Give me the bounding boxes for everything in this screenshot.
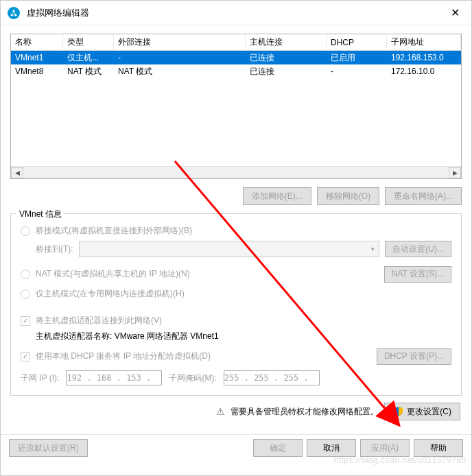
connect-host-checkbox[interactable] bbox=[21, 316, 30, 326]
remove-network-button[interactable]: 移除网络(O) bbox=[317, 187, 379, 205]
subnet-row: 子网 IP (I): 子网掩码(M): bbox=[21, 370, 451, 385]
help-button[interactable]: 帮助 bbox=[414, 439, 463, 457]
network-buttons-row: 添加网络(E)... 移除网络(O) 重命名网络(A)... bbox=[10, 187, 462, 205]
cell-subnet: 172.16.10.0 bbox=[387, 64, 461, 78]
cell-subnet: 192.168.153.0 bbox=[387, 51, 461, 64]
scroll-right-icon[interactable]: ▶ bbox=[449, 167, 461, 178]
adapter-name-label: 主机虚拟适配器名称: VMware 网络适配器 VMnet1 bbox=[36, 331, 451, 342]
subnet-ip-input[interactable] bbox=[66, 370, 162, 385]
connect-host-label: 将主机虚拟适配器连接到此网络(V) bbox=[36, 315, 162, 326]
cell-name: VMnet1 bbox=[11, 51, 63, 64]
table-body: VMnet1 仅主机... - 已连接 已启用 192.168.153.0 VM… bbox=[11, 51, 461, 166]
auto-settings-button[interactable]: 自动设置(U)... bbox=[385, 241, 451, 257]
titlebar: 虚拟网络编辑器 ✕ bbox=[1, 1, 471, 25]
bridged-radio[interactable] bbox=[21, 226, 30, 236]
use-dhcp-checkbox[interactable] bbox=[21, 352, 30, 361]
change-settings-button[interactable]: 更改设置(C) bbox=[384, 403, 460, 420]
admin-warning-text: 需要具备管理员特权才能修改网络配置。 bbox=[231, 406, 379, 418]
cell-ext: NAT 模式 bbox=[114, 64, 246, 80]
cancel-button[interactable]: 取消 bbox=[307, 439, 356, 457]
close-button[interactable]: ✕ bbox=[445, 6, 464, 19]
nat-settings-button[interactable]: NAT 设置(S)... bbox=[384, 266, 451, 283]
rename-network-button[interactable]: 重命名网络(A)... bbox=[385, 187, 462, 205]
network-table: 名称 类型 外部连接 主机连接 DHCP 子网地址 VMnet1 仅主机... … bbox=[10, 34, 462, 179]
use-dhcp-label: 使用本地 DHCP 服务将 IP 地址分配给虚拟机(D) bbox=[36, 350, 211, 362]
cell-dhcp: - bbox=[327, 64, 387, 78]
nat-radio[interactable] bbox=[21, 270, 30, 279]
use-dhcp-check-row: 使用本地 DHCP 服务将 IP 地址分配给虚拟机(D) bbox=[21, 350, 377, 362]
connect-host-check-row: 将主机虚拟适配器连接到此网络(V) bbox=[21, 315, 451, 326]
col-host[interactable]: 主机连接 bbox=[246, 34, 327, 50]
subnet-ip-label: 子网 IP (I): bbox=[21, 372, 59, 384]
nat-label: NAT 模式(与虚拟机共享主机的 IP 地址)(N) bbox=[36, 268, 190, 280]
cell-type: NAT 模式 bbox=[63, 64, 114, 80]
vmnet-info-group: VMnet 信息 桥接模式(将虚拟机直接连接到外部网络)(B) 桥接到(T): … bbox=[10, 213, 462, 396]
cell-dhcp: 已启用 bbox=[327, 51, 387, 66]
hostonly-radio[interactable] bbox=[21, 289, 30, 299]
chevron-down-icon: ▾ bbox=[371, 246, 375, 252]
table-row[interactable]: VMnet1 仅主机... - 已连接 已启用 192.168.153.0 bbox=[11, 51, 461, 64]
col-ext[interactable]: 外部连接 bbox=[114, 34, 246, 50]
col-subnet[interactable]: 子网地址 bbox=[387, 34, 461, 50]
table-header: 名称 类型 外部连接 主机连接 DHCP 子网地址 bbox=[11, 34, 461, 51]
watermark: https://blog.csdn.net/u011679785 bbox=[334, 455, 467, 465]
scroll-left-icon[interactable]: ◀ bbox=[11, 167, 23, 178]
virtual-network-editor-dialog: 虚拟网络编辑器 ✕ 名称 类型 外部连接 主机连接 DHCP 子网地址 VMne… bbox=[0, 0, 472, 476]
cell-ext: - bbox=[114, 51, 246, 64]
nat-radio-row: NAT 模式(与虚拟机共享主机的 IP 地址)(N) bbox=[21, 268, 384, 280]
shield-icon bbox=[393, 406, 404, 417]
change-settings-label: 更改设置(C) bbox=[407, 406, 451, 418]
ok-button[interactable]: 确定 bbox=[253, 439, 303, 457]
col-name[interactable]: 名称 bbox=[11, 34, 63, 50]
dialog-title: 虚拟网络编辑器 bbox=[27, 7, 445, 19]
admin-warning-row: ⚠ 需要具备管理员特权才能修改网络配置。 更改设置(C) bbox=[10, 403, 462, 420]
bridged-label: 桥接模式(将虚拟机直接连接到外部网络)(B) bbox=[36, 225, 192, 237]
dhcp-settings-button[interactable]: DHCP 设置(P)... bbox=[377, 348, 451, 365]
cell-name: VMnet8 bbox=[11, 64, 63, 78]
subnet-mask-label: 子网掩码(M): bbox=[169, 372, 216, 384]
vmnet-info-legend: VMnet 信息 bbox=[16, 209, 64, 220]
add-network-button[interactable]: 添加网络(E)... bbox=[243, 187, 311, 205]
hostonly-radio-row: 仅主机模式(在专用网络内连接虚拟机)(H) bbox=[21, 288, 451, 300]
cell-host: 已连接 bbox=[246, 64, 327, 80]
hostonly-label: 仅主机模式(在专用网络内连接虚拟机)(H) bbox=[36, 288, 185, 300]
col-dhcp[interactable]: DHCP bbox=[327, 36, 387, 49]
horizontal-scrollbar[interactable]: ◀ ▶ bbox=[11, 166, 461, 178]
bridge-to-label: 桥接到(T): bbox=[36, 243, 73, 255]
table-row[interactable]: VMnet8 NAT 模式 NAT 模式 已连接 - 172.16.10.0 bbox=[11, 64, 461, 78]
restore-defaults-button[interactable]: 还原默认设置(R) bbox=[9, 439, 88, 457]
col-type[interactable]: 类型 bbox=[63, 34, 114, 50]
subnet-mask-input[interactable] bbox=[224, 370, 320, 385]
warning-icon: ⚠ bbox=[216, 406, 225, 417]
bridged-radio-row: 桥接模式(将虚拟机直接连接到外部网络)(B) bbox=[21, 225, 451, 237]
app-icon bbox=[8, 7, 20, 19]
bridge-to-combo[interactable]: ▾ bbox=[79, 241, 380, 257]
apply-button[interactable]: 应用(A) bbox=[360, 439, 410, 457]
